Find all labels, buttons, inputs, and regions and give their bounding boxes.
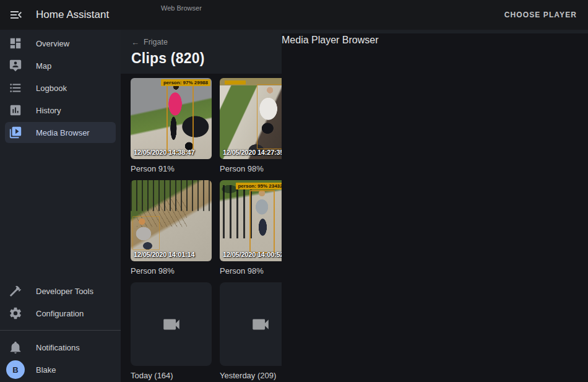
sidebar-divider [0,330,121,331]
sidebar-item-configuration[interactable]: Configuration [0,302,121,324]
folder-card-today[interactable]: Today (164) [131,282,212,381]
sidebar-item-label: Media Browser [36,128,90,137]
page-header-title: Media Player Browser [282,33,588,382]
sidebar-item-overview[interactable]: Overview [0,32,121,54]
clip-timestamp: 12/05/2020 14:27:35 [223,149,283,156]
sidebar-item-developer-tools[interactable]: Developer Tools [0,280,121,302]
sidebar-item-label: Logbook [36,84,67,93]
sidebar-item-label: Map [36,61,51,71]
detection-label: person: 97% 29988 [161,79,210,86]
sidebar-item-profile[interactable]: B Blake [0,358,121,381]
top-app-bar: Home Assistant Media Player Browser Web … [0,0,588,30]
page-header-subtitle: Web Browser [161,4,202,12]
clip-timestamp: 12/05/2020 14:38:47 [134,149,194,156]
sidebar-footer: Notifications B Blake [0,336,121,381]
sidebar-item-label: Developer Tools [36,287,93,296]
clip-caption: Person 98% [131,266,212,276]
tooltip-account-icon [9,59,22,72]
sidebar-item-notifications[interactable]: Notifications [0,336,121,358]
play-box-multiple-icon [9,126,22,139]
sidebar-item-media-browser[interactable]: Media Browser [5,122,116,143]
view-dashboard-icon [9,37,22,50]
clip-caption: Person 91% [131,163,212,174]
sidebar-item-map[interactable]: Map [0,54,121,77]
clip-thumbnail[interactable]: person: 97% 29988 12/05/2020 14:38:47 [131,78,212,159]
sidebar-tools: Developer Tools Configuration [0,280,121,324]
sidebar-nav: Overview Map Logbook History Media Brows… [0,30,121,143]
sidebar-item-logbook[interactable]: Logbook [0,77,121,99]
folder-thumbnail[interactable] [131,282,212,366]
breadcrumb-back-frigate[interactable]: ← Frigate [131,38,168,46]
clip-card[interactable]: 12/05/2020 14:01:14 Person 98% [131,180,212,276]
page-header: Media Player Browser Web Browser [161,4,202,12]
hammer-icon [9,284,22,298]
sidebar-item-label: Overview [36,39,69,48]
folder-caption: Today (164) [131,370,212,381]
clip-timestamp: 12/05/2020 14:01:14 [134,251,194,258]
chart-box-icon [9,103,22,117]
user-name: Blake [36,365,56,375]
choose-player-button[interactable]: CHOOSE PLAYER [501,0,581,30]
user-avatar: B [6,360,25,379]
breadcrumb-label: Frigate [144,38,168,46]
list-bulleted-icon [9,81,22,95]
detection-bbox [249,190,275,253]
bell-icon [9,341,22,354]
detection-bbox [132,216,160,250]
menu-open-icon[interactable] [9,7,24,22]
clip-timestamp: 12/05/2020 14:00:52 [223,251,283,258]
clip-thumbnail[interactable]: 12/05/2020 14:01:14 [131,180,212,261]
detection-label: person: 95% 23432 [235,183,285,189]
app-title: Home Assistant [36,9,109,21]
clip-card[interactable]: person: 97% 29988 12/05/2020 14:38:47 Pe… [131,78,212,174]
sidebar-item-history[interactable]: History [0,99,121,121]
sidebar-item-label: Notifications [36,343,80,352]
back-arrow-icon: ← [131,38,139,46]
sidebar-item-label: History [36,106,61,115]
video-icon [157,314,186,335]
home-assistant-app: Home Assistant Media Player Browser Web … [0,0,588,382]
detection-bbox [166,83,194,153]
gear-icon [9,306,22,320]
sidebar-item-label: Configuration [36,309,84,318]
sidebar: Overview Map Logbook History Media Brows… [0,30,121,382]
video-icon [246,314,275,335]
